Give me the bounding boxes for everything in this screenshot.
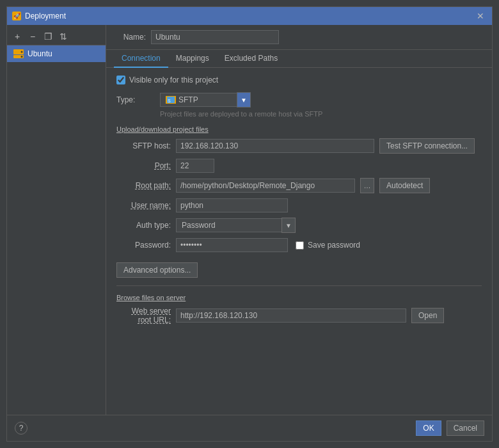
user-name-row: User name:	[116, 198, 482, 212]
visible-only-label: Visible only for this project	[129, 76, 218, 84]
type-value: SFTP	[178, 95, 198, 104]
tab-mappings[interactable]: Mappings	[168, 50, 217, 68]
sftp-host-input[interactable]	[176, 139, 374, 153]
port-row: Port:	[116, 159, 482, 173]
browse-section-label: Browse files on server	[116, 294, 482, 301]
name-row: Name:	[106, 25, 492, 50]
auth-type-value[interactable]: Password	[176, 218, 281, 232]
advanced-options-row: Advanced options...	[116, 257, 482, 278]
root-path-input[interactable]	[176, 179, 355, 193]
type-label: Type:	[116, 95, 155, 104]
tab-connection[interactable]: Connection	[114, 50, 168, 68]
password-label: Password:	[116, 241, 171, 250]
user-name-input[interactable]	[176, 198, 288, 212]
web-server-label: Web server root URL:	[116, 307, 171, 324]
sidebar-toolbar: + − ❐ ⇅	[7, 28, 106, 45]
advanced-options-button[interactable]: Advanced options...	[116, 262, 198, 278]
sidebar: + − ❐ ⇅ Ubuntu	[7, 25, 106, 415]
sftp-host-label: SFTP host:	[116, 141, 171, 150]
name-input[interactable]	[151, 30, 279, 44]
web-server-url-input[interactable]	[176, 308, 406, 323]
type-dropdown-button[interactable]: ▼	[237, 92, 251, 108]
port-input[interactable]	[176, 159, 214, 173]
visible-only-row: Visible only for this project	[116, 76, 482, 84]
close-button[interactable]: ✕	[474, 10, 487, 22]
autodetect-button[interactable]: Autodetect	[379, 178, 430, 193]
root-path-label: Root path:	[116, 181, 171, 190]
upload-section-label: Upload/download project files	[116, 125, 482, 133]
port-label: Port:	[116, 161, 171, 170]
deployment-icon: 🚀	[12, 12, 21, 20]
auth-type-row: Auth type: Password ▼	[116, 218, 482, 233]
sftp-icon: S	[166, 96, 176, 104]
ok-button[interactable]: OK	[416, 420, 441, 436]
password-input[interactable]	[176, 238, 288, 252]
remove-server-button[interactable]: −	[26, 30, 39, 43]
dialog-footer: ? OK Cancel	[7, 415, 492, 441]
separator	[116, 285, 482, 286]
auth-select-wrapper: Password ▼	[176, 218, 296, 233]
visible-only-checkbox[interactable]	[116, 76, 125, 84]
auth-type-dropdown-button[interactable]: ▼	[281, 218, 296, 233]
tab-excluded-paths[interactable]: Excluded Paths	[217, 50, 285, 68]
sidebar-item-label: Ubuntu	[28, 49, 52, 58]
dialog-body: + − ❐ ⇅ Ubuntu N	[7, 25, 492, 415]
footer-buttons: OK Cancel	[416, 420, 484, 436]
type-select-left[interactable]: S SFTP	[160, 93, 237, 107]
svg-text:S: S	[168, 99, 171, 103]
save-password-label: Save password	[308, 241, 360, 250]
save-password-checkbox[interactable]	[296, 241, 304, 250]
save-password-row: Save password	[296, 241, 360, 250]
user-name-label: User name:	[116, 201, 171, 210]
add-server-button[interactable]: +	[11, 30, 24, 43]
auth-type-label: Auth type:	[116, 221, 171, 230]
root-path-row: Root path: … Autodetect	[116, 178, 482, 193]
dialog-title: Deployment	[25, 12, 66, 20]
svg-point-2	[21, 51, 23, 53]
sftp-host-row: SFTP host: Test SFTP connection...	[116, 138, 482, 154]
help-button[interactable]: ?	[15, 422, 28, 435]
content-area: Visible only for this project Type: S SF…	[106, 68, 492, 415]
root-path-browse-button[interactable]: …	[360, 178, 374, 193]
svg-point-3	[21, 56, 23, 58]
tabs: Connection Mappings Excluded Paths	[106, 50, 492, 68]
cancel-button[interactable]: Cancel	[447, 420, 484, 436]
title-bar-left: 🚀 Deployment	[12, 12, 66, 20]
type-row: Type: S SFTP ▼	[116, 92, 482, 108]
main-content: Name: Connection Mappings Excluded Paths…	[106, 25, 492, 415]
title-bar: 🚀 Deployment ✕	[7, 7, 492, 25]
copy-server-button[interactable]: ❐	[42, 30, 54, 43]
type-description: Project files are deployed to a remote h…	[160, 110, 482, 118]
password-row: Password: Save password	[116, 238, 482, 252]
sidebar-item-ubuntu[interactable]: Ubuntu	[7, 45, 106, 62]
web-server-row: Web server root URL: Open	[116, 307, 482, 324]
type-select-wrapper: S SFTP ▼	[160, 92, 251, 108]
browse-section: Browse files on server Web server root U…	[116, 294, 482, 324]
name-label: Name:	[114, 33, 146, 42]
test-sftp-button[interactable]: Test SFTP connection...	[379, 138, 475, 154]
deployment-dialog: 🚀 Deployment ✕ + − ❐ ⇅	[6, 6, 493, 442]
server-icon	[13, 49, 24, 59]
open-button[interactable]: Open	[411, 308, 444, 323]
move-server-button[interactable]: ⇅	[57, 30, 70, 43]
